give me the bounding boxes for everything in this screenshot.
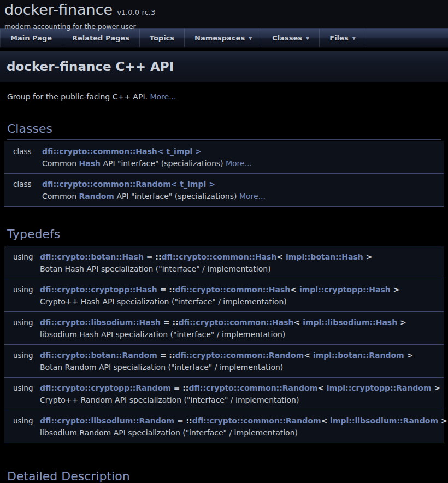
desc-text: API "interface" (specializations)	[101, 159, 226, 168]
typedef-link[interactable]: dfi::crypto::libsodium::Hash	[40, 318, 161, 327]
project-name: docker-financev1.0.0-rc.3	[4, 1, 448, 21]
impl-link[interactable]: impl::botan::Hash	[286, 252, 363, 261]
template-close: >	[397, 318, 406, 327]
typedef-equals: = ::	[157, 351, 175, 360]
nav-tab-label: Topics	[150, 34, 174, 42]
page-contents: Group for the public-facing C++ API. Mor…	[0, 92, 448, 483]
member-keyword: using	[4, 349, 40, 373]
template-open: <	[276, 252, 286, 261]
desc-text: Common	[42, 192, 79, 201]
member-description: libsodium Random API specialization ("in…	[40, 427, 444, 439]
table-row: using dfi::crypto::libsodium::Hash = ::d…	[4, 312, 444, 345]
class-link[interactable]: Random	[79, 192, 114, 201]
more-link[interactable]: More...	[226, 159, 252, 168]
class-link[interactable]: dfi::crypto::common::Hash< t_impl >	[42, 147, 202, 156]
impl-link[interactable]: impl::libsodium::Hash	[303, 318, 397, 327]
typedef-link[interactable]: dfi::crypto::botan::Hash	[40, 252, 144, 261]
nav-tab-classes[interactable]: Classes▼	[262, 29, 320, 47]
more-link[interactable]: More...	[150, 92, 176, 101]
typedef-link[interactable]: dfi::crypto::cryptopp::Random	[40, 384, 171, 392]
typedef-equals: = ::	[171, 384, 189, 392]
member-title: dfi::crypto::libsodium::Hash = ::dfi::cr…	[40, 316, 444, 328]
member-keyword: using	[4, 284, 40, 308]
classes-section-heading: Classes	[7, 122, 441, 140]
template-close: >	[404, 351, 414, 360]
nav-tab-label: Main Page	[10, 34, 52, 42]
typedef-link[interactable]: dfi::crypto::botan::Random	[40, 351, 157, 360]
member-keyword: using	[4, 382, 40, 406]
member-title: dfi::crypto::cryptopp::Hash = ::dfi::cry…	[40, 284, 444, 296]
typedef-equals: = ::	[161, 318, 179, 327]
impl-link[interactable]: impl::botan::Random	[313, 351, 404, 360]
template-open: <	[317, 384, 327, 392]
member-description: Botan Random API specialization ("interf…	[40, 361, 444, 373]
member-keyword: class	[4, 145, 42, 169]
desc-text: Common	[42, 159, 79, 168]
typedefs-table: using dfi::crypto::botan::Hash = ::dfi::…	[4, 246, 444, 443]
member-description: Common Hash API "interface" (specializat…	[42, 157, 444, 169]
class-link[interactable]: dfi::crypto::common::Random< t_impl >	[42, 180, 215, 189]
member-title: dfi::crypto::libsodium::Random = ::dfi::…	[40, 415, 444, 427]
template-close: >	[363, 252, 373, 261]
project-name-text: docker-finance	[4, 1, 113, 18]
detailed-description-heading: Detailed Description	[7, 469, 441, 483]
template-open: <	[294, 318, 303, 327]
member-title: dfi::crypto::cryptopp::Random = ::dfi::c…	[40, 382, 444, 394]
table-row: using dfi::crypto::libsodium::Random = :…	[4, 410, 444, 443]
class-link[interactable]: dfi::crypto::common::Random	[188, 384, 317, 392]
template-open: <	[290, 285, 299, 294]
impl-link[interactable]: impl::libsodium::Random	[330, 416, 438, 425]
typedef-link[interactable]: dfi::crypto::cryptopp::Hash	[40, 285, 157, 294]
table-row: using dfi::crypto::botan::Random = ::dfi…	[4, 345, 444, 378]
class-link[interactable]: dfi::crypto::common::Random	[175, 351, 304, 360]
nav-tab-main-page[interactable]: Main Page	[0, 29, 62, 47]
impl-link[interactable]: impl::cryptopp::Hash	[299, 285, 391, 294]
group-summary: Group for the public-facing C++ API. Mor…	[7, 92, 441, 101]
page-header: docker-finance C++ API	[0, 51, 448, 82]
desc-text: API "interface" (specializations)	[114, 192, 239, 201]
member-description: Botan Hash API specialization ("interfac…	[40, 263, 444, 275]
nav-tab-label: Classes	[272, 34, 302, 42]
member-title: dfi::crypto::common::Random< t_impl >	[42, 178, 444, 190]
group-summary-text: Group for the public-facing C++ API.	[7, 92, 150, 101]
member-title: dfi::crypto::botan::Random = ::dfi::cryp…	[40, 349, 444, 361]
typedef-link[interactable]: dfi::crypto::libsodium::Random	[40, 416, 174, 425]
table-row: using dfi::crypto::cryptopp::Random = ::…	[4, 378, 444, 410]
class-link[interactable]: dfi::crypto::common::Hash	[162, 252, 277, 261]
typedefs-section-heading: Typedefs	[7, 227, 441, 245]
template-close: >	[432, 384, 441, 392]
classes-table: class dfi::crypto::common::Hash< t_impl …	[4, 141, 444, 207]
typedef-equals: = ::	[157, 285, 175, 294]
project-version: v1.0.0-rc.3	[117, 8, 155, 16]
main-nav: Main Page Related Pages Topics Namespace…	[0, 28, 448, 48]
nav-tab-label: Related Pages	[72, 34, 129, 42]
nav-tab-files[interactable]: Files▼	[320, 29, 366, 47]
page-title: docker-finance C++ API	[7, 60, 174, 74]
table-row: using dfi::crypto::cryptopp::Hash = ::df…	[4, 279, 444, 312]
template-close: >	[391, 285, 400, 294]
typedef-equals: = ::	[144, 252, 162, 261]
member-description: Crypto++ Random API specialization ("int…	[40, 394, 444, 406]
member-keyword: using	[4, 316, 40, 340]
class-link[interactable]: dfi::crypto::common::Random	[192, 416, 321, 425]
nav-tab-namespaces[interactable]: Namespaces▼	[185, 29, 262, 47]
nav-tab-topics[interactable]: Topics	[140, 29, 185, 47]
class-link[interactable]: dfi::crypto::common::Hash	[175, 285, 291, 294]
member-title: dfi::crypto::botan::Hash = ::dfi::crypto…	[40, 251, 444, 263]
nav-tab-related-pages[interactable]: Related Pages	[62, 29, 140, 47]
more-link[interactable]: More...	[239, 192, 266, 201]
template-open: <	[321, 416, 330, 425]
member-keyword: using	[4, 415, 40, 439]
impl-link[interactable]: impl::cryptopp::Random	[327, 384, 432, 392]
table-row: class dfi::crypto::common::Random< t_imp…	[4, 174, 444, 207]
template-open: <	[304, 351, 313, 360]
class-link[interactable]: Hash	[79, 159, 101, 168]
member-title: dfi::crypto::common::Hash< t_impl >	[42, 145, 444, 157]
typedef-equals: = ::	[174, 416, 192, 425]
chevron-down-icon: ▼	[352, 36, 356, 41]
member-description: libsodium Hash API specialization ("inte…	[40, 328, 444, 340]
nav-tab-label: Files	[329, 34, 348, 42]
class-link[interactable]: dfi::crypto::common::Hash	[179, 318, 294, 327]
member-keyword: class	[4, 178, 42, 202]
nav-tab-label: Namespaces	[194, 34, 245, 42]
